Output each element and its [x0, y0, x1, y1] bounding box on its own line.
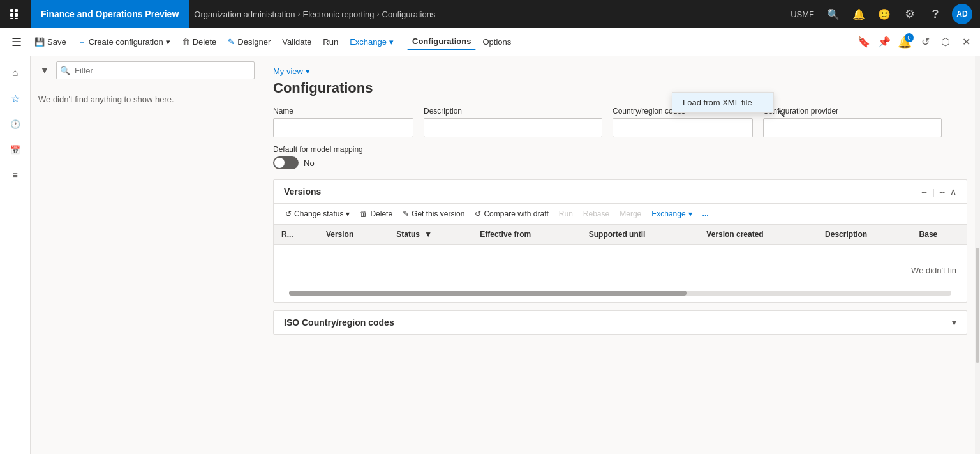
compare-draft-button[interactable]: ↺ Compare with draft: [471, 208, 552, 220]
svg-rect-3: [15, 13, 18, 17]
form-fields-row1: Name Description Country/region codes Co…: [273, 107, 967, 137]
col-description: Description: [817, 225, 912, 245]
description-input[interactable]: [424, 118, 602, 137]
iso-collapse-icon[interactable]: ▾: [952, 317, 956, 328]
model-mapping-toggle-label: No: [304, 158, 315, 168]
search-icon-btn[interactable]: 🔍: [822, 0, 845, 28]
hamburger-menu-icon[interactable]: ☰: [5, 31, 28, 54]
col-version-created: Version created: [699, 225, 817, 245]
model-mapping-label: Default for model mapping: [273, 145, 967, 154]
versions-run-button[interactable]: Run: [555, 208, 577, 220]
versions-dash-right: --: [939, 187, 945, 197]
save-button[interactable]: 💾 Save: [29, 34, 71, 49]
iso-section-title: ISO Country/region codes: [284, 317, 394, 328]
create-icon: ＋: [78, 36, 86, 48]
name-input[interactable]: [273, 118, 413, 137]
exchange-button[interactable]: Exchange ▾: [345, 34, 399, 49]
close-icon[interactable]: ✕: [957, 33, 975, 51]
name-field: Name: [273, 107, 413, 137]
merge-button[interactable]: Merge: [616, 208, 645, 220]
delete-button[interactable]: 🗑 Delete: [177, 34, 222, 49]
get-version-icon: ✎: [403, 209, 409, 218]
configurations-tab-button[interactable]: Configurations: [407, 34, 476, 50]
right-scrollbar-thumb[interactable]: [976, 248, 979, 363]
sidebar-strip: ⌂ ☆ 🕐 📅 ≡: [0, 56, 31, 454]
filter-icon-btn[interactable]: ▼: [36, 61, 54, 79]
designer-button[interactable]: ✎ Designer: [223, 34, 276, 49]
left-panel-empty-message: We didn't find anything to show here.: [31, 84, 260, 114]
config-provider-input[interactable]: [763, 118, 942, 137]
versions-toolbar: ↺ Change status ▾ 🗑 Delete ✎ Get this ve…: [274, 204, 967, 225]
settings-icon-btn[interactable]: ⚙: [898, 0, 921, 28]
sidebar-home-icon[interactable]: ⌂: [4, 61, 27, 84]
action-toolbar: ☰ 💾 Save ＋ Create configuration ▾ 🗑 Dele…: [0, 28, 980, 56]
main-layout: ⌂ ☆ 🕐 📅 ≡ ▼ 🔍 We didn't find anything to…: [0, 56, 980, 454]
left-panel: ▼ 🔍 We didn't find anything to show here…: [31, 56, 260, 454]
col-effective-from: Effective from: [472, 225, 581, 245]
breadcrumb-electronic-reporting[interactable]: Electronic reporting: [303, 10, 375, 19]
description-label: Description: [424, 107, 602, 116]
run-button[interactable]: Run: [318, 34, 343, 49]
help-icon-btn[interactable]: ?: [924, 0, 947, 28]
breadcrumb-configurations[interactable]: Configurations: [382, 10, 436, 19]
sidebar-list-icon[interactable]: ≡: [4, 163, 27, 186]
search-wrap: 🔍: [56, 61, 255, 79]
right-scrollbar-track: [975, 56, 980, 454]
versions-empty-message: We didn't fin: [274, 255, 967, 285]
user-avatar[interactable]: AD: [952, 4, 972, 24]
view-selector-label: My view: [273, 66, 303, 76]
model-mapping-toggle[interactable]: [273, 156, 299, 169]
exchange-dropdown-load-xml[interactable]: Load from XML file: [672, 93, 773, 112]
feedback-icon-btn[interactable]: 🙂: [873, 0, 896, 28]
versions-dash-left: --: [921, 187, 927, 197]
notification-icon-btn[interactable]: 🔔: [847, 0, 870, 28]
breadcrumb-sep-1: ›: [298, 10, 301, 19]
versions-table: R... Version Status ▼ Effective from Sup…: [274, 225, 967, 255]
bookmark-icon[interactable]: 🔖: [855, 33, 873, 51]
versions-table-header-row: R... Version Status ▼ Effective from Sup…: [274, 225, 967, 245]
options-button[interactable]: Options: [477, 34, 516, 49]
config-provider-label: Configuration provider: [763, 107, 942, 116]
country-region-input[interactable]: [612, 118, 753, 137]
change-status-chevron: ▾: [346, 209, 350, 218]
rebase-button[interactable]: Rebase: [579, 208, 613, 220]
search-input[interactable]: [56, 61, 255, 79]
validate-button[interactable]: Validate: [277, 34, 316, 49]
versions-scrollbar[interactable]: [289, 291, 951, 296]
versions-title: Versions: [284, 186, 321, 197]
svg-rect-1: [15, 9, 18, 12]
versions-more-button[interactable]: ...: [699, 208, 713, 220]
exchange-chevron-icon: ▾: [389, 37, 394, 47]
top-navbar: Finance and Operations Preview Organizat…: [0, 0, 980, 28]
open-new-icon[interactable]: ⬡: [937, 33, 954, 51]
sidebar-recent-icon[interactable]: 🕐: [4, 112, 27, 135]
change-status-button[interactable]: ↺ Change status ▾: [281, 208, 353, 220]
sidebar-star-icon[interactable]: ☆: [4, 87, 27, 110]
breadcrumb-org-admin[interactable]: Organization administration: [194, 10, 295, 19]
col-version: Version: [318, 225, 389, 245]
right-content: Load from XML file ↖ My view ▾ Configura…: [260, 56, 980, 454]
versions-empty-cell: [274, 245, 967, 255]
view-selector[interactable]: My view ▾: [273, 66, 967, 76]
toolbar-right-icons: 🔖 📌 🔔 0 ↺ ⬡ ✕: [855, 33, 975, 51]
svg-rect-4: [10, 18, 13, 19]
badge-icon[interactable]: 🔔 0: [896, 33, 914, 51]
topnav-right: USMF 🔍 🔔 🙂 ⚙ ? AD: [785, 0, 980, 28]
get-version-button[interactable]: ✎ Get this version: [399, 208, 468, 220]
svg-rect-0: [10, 9, 13, 12]
refresh-icon[interactable]: ↺: [916, 33, 934, 51]
versions-exchange-chevron: ▾: [688, 209, 692, 218]
col-supported-until: Supported until: [581, 225, 699, 245]
versions-collapse-icon[interactable]: ∧: [950, 186, 956, 197]
user-label: USMF: [785, 10, 819, 19]
versions-delete-button[interactable]: 🗑 Delete: [356, 208, 396, 220]
sidebar-calendar-icon[interactable]: 📅: [4, 138, 27, 161]
status-filter-icon[interactable]: ▼: [424, 230, 432, 239]
waffle-menu-button[interactable]: [0, 0, 31, 28]
pin-icon[interactable]: 📌: [875, 33, 893, 51]
svg-rect-2: [10, 13, 13, 17]
versions-exchange-button[interactable]: Exchange ▾: [648, 208, 695, 220]
versions-delete-icon: 🗑: [360, 209, 368, 218]
create-configuration-button[interactable]: ＋ Create configuration ▾: [73, 34, 175, 50]
save-icon: 💾: [34, 37, 45, 47]
